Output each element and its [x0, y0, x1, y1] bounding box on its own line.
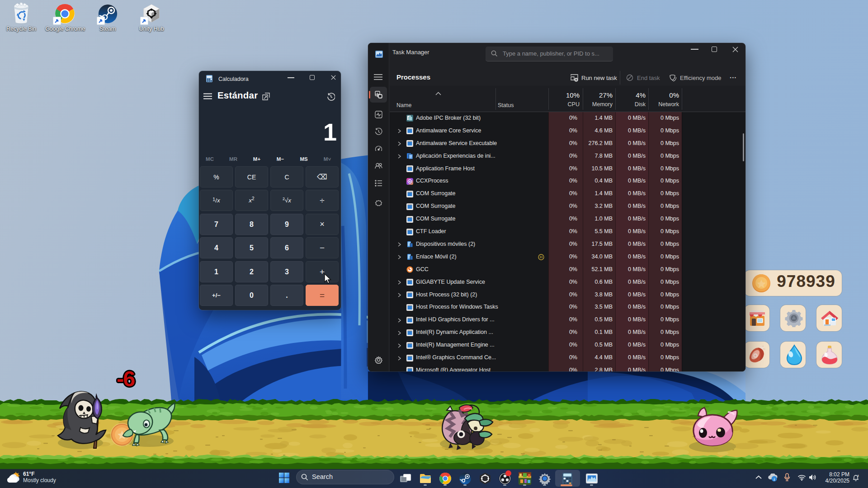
svg-text:z: z: [858, 474, 859, 477]
